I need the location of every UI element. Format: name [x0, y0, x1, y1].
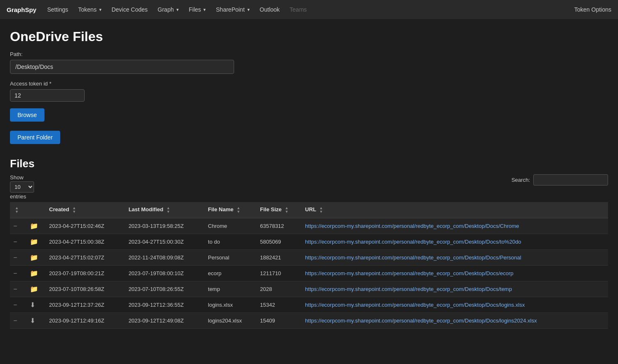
row-url[interactable]: https://ecorpcom-my.sharepoint.com/perso… — [302, 297, 608, 313]
row-url[interactable]: https://ecorpcom-my.sharepoint.com/perso… — [302, 266, 608, 281]
folder-icon: 📁 — [27, 266, 46, 281]
row-created: 2023-09-12T12:37:26Z — [46, 297, 125, 313]
th-file-name[interactable]: File Name ▲▼ — [205, 202, 256, 218]
row-action-minus[interactable]: − — [10, 281, 27, 297]
th-url[interactable]: URL ▲▼ — [302, 202, 608, 218]
token-label: Access token id * — [10, 81, 608, 87]
row-created: 2023-07-19T08:00:21Z — [46, 266, 125, 281]
row-created: 2023-04-27T15:00:38Z — [46, 234, 125, 250]
table-row: −📁2023-04-27T15:00:38Z2023-04-27T15:00:3… — [10, 234, 608, 250]
nav-device-codes[interactable]: Device Codes — [107, 4, 152, 15]
page-title: OneDrive Files — [10, 29, 608, 44]
row-action-minus[interactable]: − — [10, 250, 27, 266]
row-last-modified: 2023-07-10T08:26:55Z — [125, 281, 205, 297]
th-icon — [27, 202, 46, 218]
row-action-minus[interactable]: − — [10, 297, 27, 313]
search-section: Search: — [511, 174, 608, 186]
sort-icon-created: ▲▼ — [72, 206, 76, 214]
file-download-icon: ⬇ — [27, 313, 46, 329]
token-input[interactable] — [10, 89, 85, 102]
search-label: Search: — [511, 177, 530, 183]
entries-label: entries — [10, 193, 34, 200]
entries-select[interactable]: 10 25 50 100 — [10, 181, 34, 193]
sort-icon-file-size: ▲▼ — [285, 206, 288, 214]
row-file-size: 63578312 — [256, 218, 302, 234]
path-input[interactable] — [10, 60, 234, 74]
path-label: Path: — [10, 51, 608, 57]
row-file-name[interactable]: to do — [205, 234, 256, 250]
th-created[interactable]: Created ▲▼ — [46, 202, 125, 218]
row-file-name[interactable]: logins204.xlsx — [205, 313, 256, 329]
nav-tokens[interactable]: Tokens — [74, 4, 105, 15]
sort-icon-last-modified: ▲▼ — [166, 206, 170, 214]
th-action: ▲▼ — [10, 202, 27, 218]
row-file-name[interactable]: Chrome — [205, 218, 256, 234]
table-header-row: ▲▼ Created ▲▼ Last Modified ▲▼ File Name… — [10, 202, 608, 218]
navbar: GraphSpy Settings Tokens Device Codes Gr… — [0, 0, 618, 19]
row-created: 2023-07-10T08:26:58Z — [46, 281, 125, 297]
row-action-minus[interactable]: − — [10, 218, 27, 234]
search-input[interactable] — [533, 174, 608, 186]
th-last-modified[interactable]: Last Modified ▲▼ — [125, 202, 205, 218]
row-last-modified: 2023-07-19T08:00:10Z — [125, 266, 205, 281]
row-file-name[interactable]: logins.xlsx — [205, 297, 256, 313]
token-options[interactable]: Token Options — [574, 6, 612, 13]
nav-settings[interactable]: Settings — [43, 4, 73, 15]
row-created: 2023-04-27T15:02:46Z — [46, 218, 125, 234]
th-file-size[interactable]: File Size ▲▼ — [256, 202, 302, 218]
folder-icon: 📁 — [27, 281, 46, 297]
row-file-size: 1882421 — [256, 250, 302, 266]
row-file-name[interactable]: ecorp — [205, 266, 256, 281]
row-file-size: 15342 — [256, 297, 302, 313]
row-action-minus[interactable]: − — [10, 313, 27, 329]
browse-button[interactable]: Browse — [10, 108, 44, 122]
files-section-title: Files — [10, 157, 608, 170]
main-content: OneDrive Files Path: Access token id * B… — [0, 19, 618, 335]
nav-outlook[interactable]: Outlook — [256, 4, 284, 15]
nav-graph[interactable]: Graph — [154, 4, 183, 15]
nav-sharepoint[interactable]: SharePoint — [212, 4, 254, 15]
table-controls: Show 10 25 50 100 entries Search: — [10, 174, 608, 200]
row-last-modified: 2023-09-12T12:36:55Z — [125, 297, 205, 313]
row-last-modified: 2023-03-13T19:58:25Z — [125, 218, 205, 234]
row-file-size: 1211710 — [256, 266, 302, 281]
row-file-name[interactable]: Personal — [205, 250, 256, 266]
sort-icon-action: ▲▼ — [15, 206, 19, 214]
row-last-modified: 2022-11-24T08:09:08Z — [125, 250, 205, 266]
row-url[interactable]: https://ecorpcom-my.sharepoint.com/perso… — [302, 218, 608, 234]
table-row: −📁2023-04-27T15:02:07Z2022-11-24T08:09:0… — [10, 250, 608, 266]
row-file-size: 2028 — [256, 281, 302, 297]
row-action-minus[interactable]: − — [10, 234, 27, 250]
nav-teams: Teams — [286, 4, 311, 15]
row-url[interactable]: https://ecorpcom-my.sharepoint.com/perso… — [302, 313, 608, 329]
sort-icon-url: ▲▼ — [319, 206, 323, 214]
row-last-modified: 2023-04-27T15:00:30Z — [125, 234, 205, 250]
folder-icon: 📁 — [27, 234, 46, 250]
files-table: ▲▼ Created ▲▼ Last Modified ▲▼ File Name… — [10, 202, 608, 329]
row-created: 2023-04-27T15:02:07Z — [46, 250, 125, 266]
row-last-modified: 2023-09-12T12:49:08Z — [125, 313, 205, 329]
row-url[interactable]: https://ecorpcom-my.sharepoint.com/perso… — [302, 234, 608, 250]
folder-icon: 📁 — [27, 250, 46, 266]
row-url[interactable]: https://ecorpcom-my.sharepoint.com/perso… — [302, 281, 608, 297]
nav-files[interactable]: Files — [185, 4, 210, 15]
table-row: −⬇2023-09-12T12:49:16Z2023-09-12T12:49:0… — [10, 313, 608, 329]
table-row: −📁2023-07-19T08:00:21Z2023-07-19T08:00:1… — [10, 266, 608, 281]
row-action-minus[interactable]: − — [10, 266, 27, 281]
parent-folder-button[interactable]: Parent Folder — [10, 131, 60, 144]
row-created: 2023-09-12T12:49:16Z — [46, 313, 125, 329]
table-row: −📁2023-04-27T15:02:46Z2023-03-13T19:58:2… — [10, 218, 608, 234]
file-download-icon: ⬇ — [27, 297, 46, 313]
table-row: −⬇2023-09-12T12:37:26Z2023-09-12T12:36:5… — [10, 297, 608, 313]
row-file-size: 15409 — [256, 313, 302, 329]
table-row: −📁2023-07-10T08:26:58Z2023-07-10T08:26:5… — [10, 281, 608, 297]
row-file-name[interactable]: temp — [205, 281, 256, 297]
row-url[interactable]: https://ecorpcom-my.sharepoint.com/perso… — [302, 250, 608, 266]
sort-icon-file-name: ▲▼ — [237, 206, 240, 214]
show-section: Show 10 25 50 100 entries — [10, 174, 34, 200]
folder-icon: 📁 — [27, 218, 46, 234]
show-label: Show — [10, 174, 34, 181]
brand: GraphSpy — [7, 6, 37, 13]
row-file-size: 5805069 — [256, 234, 302, 250]
